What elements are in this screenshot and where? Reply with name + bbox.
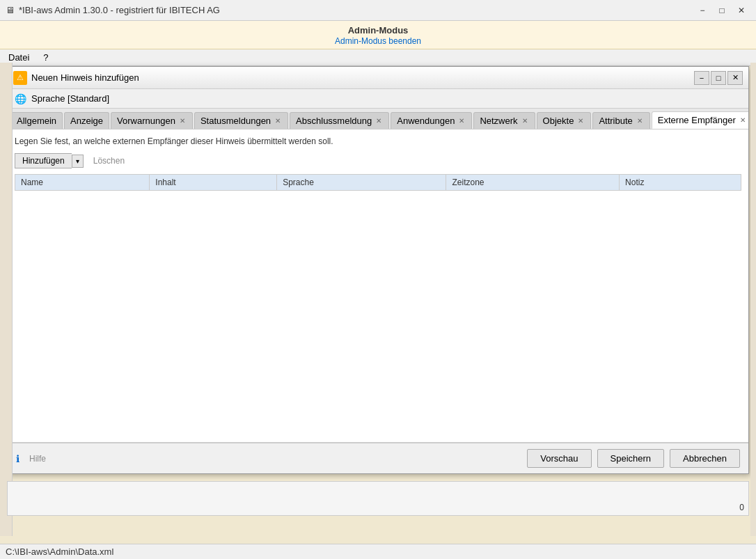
dialog-subtitle-bar: 🌐 Sprache [Standard] [8, 89, 748, 109]
recipients-table: Name Inhalt Sprache Zeitzone Notiz [15, 174, 741, 191]
help-button[interactable]: Hilfe [24, 452, 52, 466]
bottom-panel: 0 [7, 481, 749, 516]
tab-netzwerk-close[interactable]: ✕ [521, 117, 529, 125]
dialog-icon: ⚠ [13, 71, 27, 85]
dialog-footer: ℹ Hilfe Vorschau Speichern Abbrechen [8, 443, 748, 473]
tab-netzwerk[interactable]: Netzwerk ✕ [473, 112, 535, 129]
status-path: C:\IBI-aws\Admin\Data.xml [6, 546, 113, 557]
minimize-button[interactable]: − [693, 3, 711, 18]
table-header-row: Name Inhalt Sprache Zeitzone Notiz [15, 175, 741, 191]
tab-anwendungen-close[interactable]: ✕ [457, 117, 466, 125]
admin-mode-exit-link[interactable]: Admin-Modus beenden [335, 36, 421, 46]
tab-externe-empfaenger-close[interactable]: ✕ [739, 116, 747, 124]
tab-statusmeldungen-close[interactable]: ✕ [274, 117, 282, 125]
tab-vorwarnungen[interactable]: Vorwarnungen ✕ [111, 112, 193, 129]
info-text: Legen Sie fest, an welche externen Empfä… [15, 136, 741, 146]
cancel-button[interactable]: Abbrechen [670, 449, 740, 468]
add-dropdown-arrow[interactable]: ▾ [72, 155, 84, 168]
dialog-titlebar: ⚠ Neuen Hinweis hinzufügen − □ ✕ [8, 67, 748, 89]
add-button[interactable]: Hinzufügen [15, 153, 72, 168]
right-panel [750, 63, 756, 536]
tab-objekte[interactable]: Objekte ✕ [537, 112, 592, 129]
col-notiz: Notiz [620, 175, 741, 191]
save-button[interactable]: Speichern [597, 449, 665, 468]
admin-banner: Admin-Modus Admin-Modus beenden [0, 21, 756, 49]
tab-allgemein[interactable]: Allgemein [10, 112, 63, 129]
status-bar: C:\IBI-aws\Admin\Data.xml [0, 544, 756, 559]
left-panel [0, 63, 13, 536]
tab-anwendungen[interactable]: Anwendungen ✕ [391, 112, 472, 129]
preview-button[interactable]: Vorschau [527, 449, 591, 468]
dialog-title: Neuen Hinweis hinzufügen [31, 72, 139, 83]
tab-abschlussmeldung[interactable]: Abschlussmeldung ✕ [290, 112, 389, 129]
dialog-window: ⚠ Neuen Hinweis hinzufügen − □ ✕ 🌐 Sprac… [7, 66, 749, 474]
tab-abschlussmeldung-close[interactable]: ✕ [375, 117, 383, 125]
close-button[interactable]: ✕ [732, 3, 750, 18]
tab-anzeige[interactable]: Anzeige [64, 112, 109, 129]
col-name: Name [15, 175, 150, 191]
language-icon: 🌐 [13, 92, 27, 106]
help-icon: ℹ [16, 453, 19, 464]
dialog-content: Legen Sie fest, an welche externen Empfä… [8, 129, 748, 443]
col-zeitzone: Zeitzone [446, 175, 620, 191]
col-sprache: Sprache [277, 175, 446, 191]
maximize-button[interactable]: □ [713, 3, 731, 18]
dialog-minimize-button[interactable]: − [694, 71, 709, 85]
tab-attribute[interactable]: Attribute ✕ [592, 112, 649, 129]
tabs-bar: Allgemein Anzeige Vorwarnungen ✕ Statusm… [8, 109, 748, 129]
add-dropdown-group: Hinzufügen ▾ [15, 153, 84, 168]
tab-statusmeldungen[interactable]: Statusmeldungen ✕ [194, 112, 288, 129]
bottom-area: 0 [0, 480, 756, 520]
language-label: Sprache [Standard] [31, 93, 109, 104]
admin-mode-title: Admin-Modus [0, 25, 756, 36]
menu-bar: Datei ? [0, 49, 756, 66]
tab-vorwarnungen-close[interactable]: ✕ [178, 117, 187, 125]
app-title: *IBI-aws Admin 1.30.0 - registriert für … [19, 5, 220, 15]
app-icon: 🖥 [6, 5, 15, 15]
col-inhalt: Inhalt [150, 175, 277, 191]
dialog-close-button[interactable]: ✕ [727, 71, 743, 85]
menu-help[interactable]: ? [38, 51, 54, 64]
dialog-maximize-button[interactable]: □ [711, 71, 726, 85]
delete-button[interactable]: Löschen [88, 154, 130, 168]
title-bar: 🖥 *IBI-aws Admin 1.30.0 - registriert fü… [0, 0, 756, 21]
tab-objekte-close[interactable]: ✕ [576, 117, 585, 125]
bottom-counter: 0 [739, 503, 744, 512]
content-toolbar: Hinzufügen ▾ Löschen [15, 153, 741, 168]
tab-externe-empfaenger[interactable]: Externe Empfänger ✕ [652, 111, 748, 129]
tab-attribute-close[interactable]: ✕ [636, 117, 644, 125]
